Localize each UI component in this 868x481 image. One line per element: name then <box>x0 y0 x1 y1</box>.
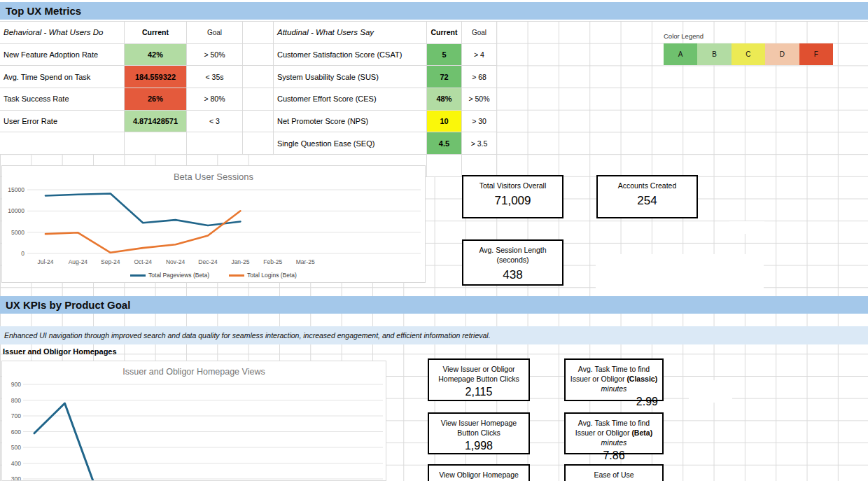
beta-user-sessions-chart[interactable]: Beta User Sessions 050001000015000Jul-24… <box>1 165 426 283</box>
svg-text:600: 600 <box>11 428 21 435</box>
chart-series-line[interactable] <box>46 194 240 226</box>
current-column-header[interactable]: Current <box>427 22 462 44</box>
metric-goal-cell[interactable]: > 50% <box>462 88 497 111</box>
merged-cell-patch <box>596 254 764 296</box>
metric-label-cell[interactable]: Task Success Rate <box>0 88 125 111</box>
metric-label-cell[interactable]: Single Question Ease (SEQ) <box>274 132 427 155</box>
header-top-ux-metrics[interactable]: Top UX Metrics <box>0 2 868 20</box>
kpi-label: View Issuer Homepage Button Clicks <box>429 414 528 438</box>
kpi-label: View Obligor Homepage Button Clicks <box>429 466 528 481</box>
kpi-label: Accounts Created <box>598 176 696 190</box>
chart-legend: Total Pageviews (Beta)Total Logins (Beta… <box>2 272 425 279</box>
kpi-box[interactable]: View Issuer or Obligor Homepage Button C… <box>428 358 530 401</box>
metric-goal-cell[interactable]: > 3.5 <box>462 132 497 155</box>
chart-series-line[interactable] <box>46 211 240 253</box>
metric-goal-cell[interactable]: > 68 <box>462 66 497 88</box>
behavioral-table-title-cell[interactable]: Behavioral - What Users Do <box>0 22 125 44</box>
empty-cell[interactable] <box>243 22 274 44</box>
metric-current-cell[interactable]: 48% <box>427 88 462 111</box>
svg-text:Oct-24: Oct-24 <box>134 258 152 265</box>
header-ux-kpis-by-product-goal[interactable]: UX KPIs by Product Goal <box>0 296 868 314</box>
color-legend-title: Color Legend <box>664 32 704 40</box>
chart-series-line[interactable] <box>34 403 95 481</box>
goal-column-header[interactable]: Goal <box>187 22 243 44</box>
empty-cell[interactable] <box>243 66 274 88</box>
empty-cell[interactable] <box>243 44 274 67</box>
legend-grade-cell-f[interactable]: F <box>799 43 833 65</box>
kpi-value: 254 <box>598 194 696 208</box>
metric-current-cell[interactable]: 26% <box>125 88 187 111</box>
svg-text:400: 400 <box>11 460 21 467</box>
legend-grade-cell-b[interactable]: B <box>697 43 731 65</box>
legend-line-swatch <box>130 274 146 277</box>
metric-current-cell[interactable]: 5 <box>427 44 462 67</box>
legend-line-swatch <box>229 274 244 277</box>
kpi-box[interactable]: View Issuer Homepage Button Clicks1,998 <box>428 412 530 454</box>
merged-cell-patch <box>689 380 732 403</box>
metric-label-cell[interactable]: New Feature Adoption Rate <box>0 44 125 67</box>
metric-label-cell[interactable]: Net Promoter Score (NPS) <box>274 111 427 133</box>
attitudinal-table-title-cell[interactable]: Attudinal - What Users Say <box>274 22 427 44</box>
svg-text:900: 900 <box>11 381 21 388</box>
legend-grade-cell-a[interactable]: A <box>664 43 697 65</box>
svg-text:800: 800 <box>11 397 21 404</box>
metric-goal-cell[interactable]: > 50% <box>187 44 243 67</box>
metric-current-cell[interactable]: 10 <box>427 111 462 133</box>
kpi-box[interactable]: Avg. Task Time to find Issuer or Obligor… <box>564 412 664 454</box>
metric-label-cell[interactable]: Customer Satisfaction Score (CSAT) <box>274 44 427 67</box>
svg-text:Nov-24: Nov-24 <box>166 258 186 265</box>
empty-cell[interactable] <box>0 132 125 155</box>
current-column-header[interactable]: Current <box>125 22 187 44</box>
legend-grade-cell-d[interactable]: D <box>765 43 799 65</box>
empty-cell[interactable] <box>243 88 274 111</box>
svg-text:Dec-24: Dec-24 <box>198 258 218 265</box>
metric-current-cell[interactable]: 4.5 <box>427 132 462 155</box>
chart-plot-area: 300400500600700800900 <box>2 361 386 481</box>
svg-text:Mar-25: Mar-25 <box>296 258 315 265</box>
empty-cell[interactable] <box>243 132 274 155</box>
metric-goal-cell[interactable]: > 4 <box>462 44 497 67</box>
metric-current-cell[interactable]: 184.559322 <box>125 66 187 88</box>
product-goal-description[interactable]: Enhanced UI navigation through improved … <box>0 326 868 344</box>
svg-text:300: 300 <box>11 475 21 481</box>
section-label-issuer-obligor-homepages: Issuer and Obligor Homepages <box>3 347 117 356</box>
issuer-obligor-homepage-views-chart[interactable]: Issuer and Obligor Homepage Views 300400… <box>1 361 386 481</box>
goal-column-header[interactable]: Goal <box>462 22 497 44</box>
metric-goal-cell[interactable]: < 3 <box>187 111 243 133</box>
chart-legend-label: Total Pageviews (Beta) <box>148 272 209 279</box>
kpi-box[interactable]: Avg. Session Length (seconds)438 <box>462 239 564 286</box>
empty-cell[interactable] <box>187 132 243 155</box>
metric-current-cell[interactable]: 72 <box>427 66 462 88</box>
metric-label-cell[interactable]: Avg. Time Spend on Task <box>0 66 125 88</box>
empty-cell[interactable] <box>243 111 274 133</box>
metric-label-cell[interactable]: Customer Effort Score (CES) <box>274 88 427 111</box>
metric-label-cell[interactable]: System Usability Scale (SUS) <box>274 66 427 88</box>
kpi-box[interactable]: View Obligor Homepage Button Clicks <box>428 464 530 481</box>
kpi-box[interactable]: Accounts Created254 <box>596 175 698 218</box>
kpi-value: 1,998 <box>429 440 528 452</box>
metric-goal-cell[interactable]: < 35s <box>187 66 243 88</box>
kpi-value: 71,009 <box>463 194 562 208</box>
svg-text:10000: 10000 <box>8 207 24 214</box>
kpi-label-part: minutes <box>601 384 627 393</box>
svg-text:Sep-24: Sep-24 <box>101 258 120 265</box>
kpi-box[interactable]: Avg. Task Time to find Issuer or Obligor… <box>564 358 664 401</box>
empty-cell[interactable] <box>125 132 187 155</box>
metric-current-cell[interactable]: 42% <box>125 44 187 67</box>
kpi-label-part: (Beta) <box>631 428 652 437</box>
empty-cell[interactable] <box>462 155 497 177</box>
metric-goal-cell[interactable]: > 80% <box>187 88 243 111</box>
metric-goal-cell[interactable]: > 30 <box>462 111 497 133</box>
metric-current-cell[interactable]: 4.871428571 <box>125 111 187 133</box>
merged-cell-patch <box>729 221 764 234</box>
spreadsheet-dashboard: Top UX Metrics Behavioral - What Users D… <box>0 0 868 481</box>
kpi-box[interactable]: Ease of Use <box>564 464 664 481</box>
legend-grade-cell-c[interactable]: C <box>732 43 765 65</box>
kpi-box[interactable]: Total Visitors Overall71,009 <box>462 175 564 218</box>
empty-cell[interactable] <box>427 155 462 177</box>
metric-label-cell[interactable]: User Error Rate <box>0 111 125 133</box>
svg-text:15000: 15000 <box>8 186 24 193</box>
kpi-label-part: View Issuer or Obligor Homepage Button C… <box>438 365 519 383</box>
kpi-label: Avg. Task Time to find Issuer or Obligor… <box>566 360 662 393</box>
behavioral-metrics-table: Behavioral - What Users DoCurrentGoalNew… <box>0 21 274 155</box>
